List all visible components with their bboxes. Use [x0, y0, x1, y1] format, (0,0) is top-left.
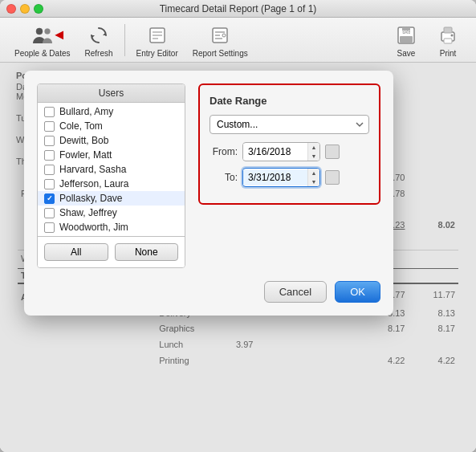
report-settings-icon — [207, 22, 233, 48]
user-checkbox-bullard-amy[interactable] — [44, 107, 55, 117]
ok-button[interactable]: OK — [335, 281, 380, 303]
cancel-button[interactable]: Cancel — [264, 281, 327, 303]
close-button[interactable] — [6, 4, 16, 14]
modal-body: Users Bullard, Amy Cole, Tom — [37, 83, 380, 268]
from-date-input[interactable] — [243, 144, 307, 160]
user-checkbox-woodworth-jim[interactable] — [44, 222, 55, 233]
arrow-indicator: ◄ — [52, 27, 67, 42]
users-buttons: All None — [38, 236, 185, 267]
user-checkbox-jefferson-laura[interactable] — [44, 179, 55, 189]
user-item-fowler-matt[interactable]: Fowler, Matt — [38, 148, 185, 162]
content-area: Poll... Da... Mo... Tue... We... Th... 1… — [0, 63, 476, 452]
save-button[interactable]: PDF Save — [386, 19, 426, 61]
minimize-button[interactable] — [20, 4, 30, 14]
refresh-button[interactable]: Refresh — [79, 19, 120, 61]
from-date-stepper: ▲ ▼ — [307, 143, 319, 161]
title-bar: Timecard Detail Report (Page 1 of 1) — [0, 0, 476, 18]
user-checkbox-pollasky-dave[interactable] — [44, 193, 55, 204]
to-date-up[interactable]: ▲ — [308, 169, 319, 177]
save-icon: PDF — [393, 22, 419, 48]
date-range-title: Date Range — [210, 95, 369, 107]
to-date-color-picker[interactable] — [325, 170, 340, 185]
svg-text:PDF: PDF — [402, 30, 410, 35]
people-dates-icon: ◄ — [30, 22, 55, 48]
users-list: Bullard, Amy Cole, Tom Dewitt, Bob — [38, 103, 185, 236]
user-item-bullard-amy[interactable]: Bullard, Amy — [38, 104, 185, 119]
save-label: Save — [397, 49, 416, 58]
user-item-woodworth-jim[interactable]: Woodworth, Jim — [38, 220, 185, 234]
date-range-dropdown-wrap: Custom... — [210, 115, 369, 142]
refresh-label: Refresh — [85, 49, 113, 58]
toolbar-separator-1 — [124, 24, 125, 56]
refresh-icon — [86, 22, 112, 48]
svg-rect-19 — [444, 39, 452, 43]
entry-editor-button[interactable]: Entry Editor — [130, 19, 185, 61]
print-icon — [435, 22, 461, 48]
maximize-button[interactable] — [34, 4, 43, 14]
user-item-dewitt-bob[interactable]: Dewitt, Bob — [38, 133, 185, 148]
user-checkbox-harvard-sasha[interactable] — [44, 165, 55, 175]
all-button[interactable]: All — [44, 243, 108, 261]
to-date-down[interactable]: ▼ — [308, 177, 319, 186]
modal-footer: Cancel OK — [37, 278, 380, 303]
to-input-wrap: ▲ ▼ — [242, 168, 320, 187]
print-button[interactable]: Print — [428, 19, 468, 61]
from-field-row: From: ▲ ▼ — [210, 142, 369, 161]
users-panel-header: Users — [38, 84, 185, 103]
from-date-down[interactable]: ▼ — [308, 152, 319, 161]
traffic-lights — [6, 4, 43, 14]
to-date-stepper: ▲ ▼ — [307, 169, 319, 186]
report-settings-label: Report Settings — [193, 49, 248, 58]
svg-point-0 — [36, 28, 43, 35]
from-input-wrap: ▲ ▼ — [242, 142, 320, 161]
none-button[interactable]: None — [115, 243, 179, 261]
svg-marker-3 — [92, 35, 95, 39]
svg-rect-18 — [444, 27, 452, 33]
user-checkbox-shaw-jeffrey[interactable] — [44, 208, 55, 218]
print-label: Print — [440, 49, 457, 58]
to-label: To: — [210, 172, 238, 183]
to-date-input[interactable] — [243, 169, 307, 185]
people-dates-label: People & Dates — [14, 49, 71, 58]
users-panel: Users Bullard, Amy Cole, Tom — [37, 83, 185, 268]
user-item-harvard-sasha[interactable]: Harvard, Sasha — [38, 162, 185, 177]
svg-point-20 — [451, 34, 454, 36]
user-item-pollasky-dave[interactable]: Pollasky, Dave — [38, 191, 185, 206]
user-checkbox-dewitt-bob[interactable] — [44, 136, 55, 146]
svg-point-1 — [44, 28, 50, 34]
user-checkbox-fowler-matt[interactable] — [44, 150, 55, 161]
modal-overlay: Users Bullard, Amy Cole, Tom — [0, 63, 476, 452]
user-item-shaw-jeffrey[interactable]: Shaw, Jeffrey — [38, 206, 185, 220]
user-item-jefferson-laura[interactable]: Jefferson, Laura — [38, 177, 185, 191]
to-field-row: To: ▲ ▼ — [210, 168, 369, 187]
entry-editor-label: Entry Editor — [136, 49, 178, 58]
from-date-up[interactable]: ▲ — [308, 143, 319, 152]
entry-editor-icon — [144, 22, 170, 48]
date-range-dropdown[interactable]: Custom... — [210, 115, 369, 134]
from-date-color-picker[interactable] — [325, 145, 340, 159]
toolbar: ◄ People & Dates Refresh — [0, 18, 476, 63]
people-dates-button[interactable]: ◄ People & Dates — [8, 19, 77, 61]
main-window: Timecard Detail Report (Page 1 of 1) ◄ P… — [0, 0, 476, 452]
window-title: Timecard Detail Report (Page 1 of 1) — [160, 3, 317, 14]
svg-rect-15 — [400, 36, 413, 43]
from-label: From: — [210, 146, 238, 157]
user-checkbox-cole-tom[interactable] — [44, 121, 55, 132]
date-range-panel: Date Range Custom... From: — [198, 83, 380, 205]
report-settings-button[interactable]: Report Settings — [186, 19, 254, 61]
people-dates-modal: Users Bullard, Amy Cole, Tom — [24, 71, 393, 316]
user-item-cole-tom[interactable]: Cole, Tom — [38, 119, 185, 133]
